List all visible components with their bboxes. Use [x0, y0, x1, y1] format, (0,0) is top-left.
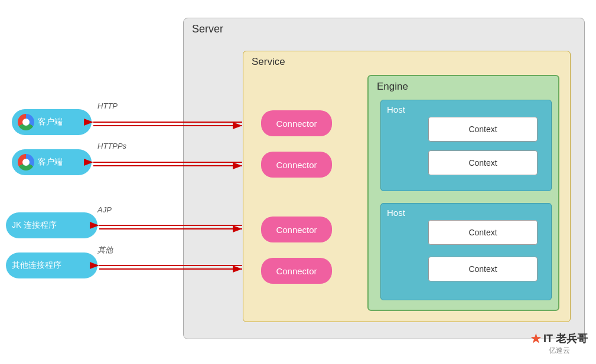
host-box-1: Host Context Context [380, 100, 552, 191]
host-1-label: Host [387, 104, 405, 114]
diagram-container: Server Service Connector Connector Conne… [0, 0, 596, 364]
star-icon: ★ [530, 332, 541, 346]
engine-box: Engine Host Context Context Host Context [367, 75, 559, 311]
connector-4: Connector [261, 258, 332, 284]
protocol-https: HTTPPs [97, 142, 126, 150]
server-box: Server Service Connector Connector Conne… [183, 18, 585, 339]
connector-2: Connector [261, 152, 332, 178]
client-4: 其他连接程序 [6, 252, 97, 278]
engine-label: Engine [377, 81, 408, 93]
context-2-2: Context [428, 257, 538, 281]
brand-label: IT 老兵哥 [543, 332, 588, 346]
protocol-ajp: AJP [97, 205, 112, 214]
context-1-2: Context [428, 150, 538, 175]
context-2-1: Context [428, 220, 538, 245]
client-3: JK 连接程序 [6, 212, 97, 238]
browser-icon-1 [18, 114, 34, 130]
server-label: Server [192, 23, 223, 35]
service-label: Service [252, 56, 285, 68]
context-1-1: Context [428, 117, 538, 142]
protocol-other: 其他 [97, 245, 113, 255]
sub-brand-label: 亿速云 [549, 346, 570, 356]
host-box-2: Host Context Context [380, 203, 552, 300]
watermark: ★ IT 老兵哥 亿速云 [530, 332, 588, 356]
protocol-http: HTTP [97, 101, 118, 110]
browser-icon-2 [18, 154, 34, 170]
client-2: 客户端 [12, 149, 92, 175]
client-1: 客户端 [12, 109, 92, 135]
host-2-label: Host [387, 208, 405, 218]
connector-3: Connector [261, 217, 332, 242]
service-box: Service Connector Connector Connector Co… [243, 51, 571, 322]
connector-1: Connector [261, 110, 332, 136]
